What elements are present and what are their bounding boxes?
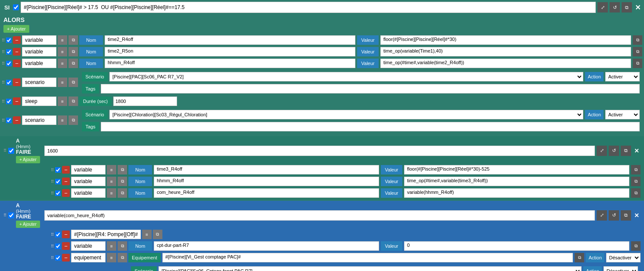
sub-list-b1[interactable]: ≡ [142, 230, 152, 239]
row-list-icon-3[interactable]: ≡ [58, 59, 67, 68]
equip-action-b3[interactable]: Désactiver [606, 253, 641, 262]
remove-btn-5[interactable]: − [13, 97, 21, 105]
sub-val-copy-a1[interactable]: ⧉ [631, 165, 641, 174]
sub-check-a3[interactable] [55, 190, 61, 196]
sub-drag-b3[interactable]: ⠿ [51, 255, 54, 260]
sub-close-b[interactable]: ✕ [633, 212, 641, 219]
sub-check-b3[interactable] [55, 255, 61, 261]
sub-drag-a[interactable]: ⠿ [3, 148, 6, 153]
remove-btn-4[interactable]: − [13, 78, 21, 86]
scenario-select-4[interactable]: [Piscine][PAC][Sc06_PAC R7_V2] [109, 72, 583, 81]
sub-scenario-select-b4[interactable]: [Piscine][PAC][Sc06_Cptage fonct PAC R7] [159, 266, 582, 271]
equip-icon-b3[interactable]: ⧉ [575, 253, 584, 262]
copy-icon[interactable]: ⧉ [622, 2, 632, 12]
sub-remove-a1[interactable]: − [62, 166, 70, 174]
row-copy-icon-4[interactable]: ⧉ [68, 78, 78, 87]
sub-check-b1[interactable] [55, 232, 61, 237]
row-copy-icon-5[interactable]: ⧉ [68, 97, 78, 106]
sub-val-copy-a3[interactable]: ⧉ [631, 188, 641, 198]
sub-drag-a3[interactable]: ⠿ [51, 191, 54, 196]
sub-reset-a[interactable]: ↺ [609, 146, 619, 156]
row-check-3[interactable] [6, 61, 12, 66]
val-copy-2[interactable]: ⧉ [633, 47, 642, 56]
ajouter-btn-main[interactable]: + Ajouter [3, 25, 29, 33]
sub-expand-b[interactable]: ⤢ [597, 210, 607, 221]
row-check-1[interactable] [6, 37, 12, 43]
sub-remove-a2[interactable]: − [62, 178, 70, 185]
drag-handle-2[interactable]: ⠿ [2, 50, 5, 54]
drag-handle-1[interactable]: ⠿ [2, 38, 5, 43]
sub-drag-b[interactable]: ⠿ [3, 213, 6, 218]
row-check-4[interactable] [6, 80, 12, 85]
row-copy-icon-6[interactable]: ⧉ [68, 115, 78, 125]
action-select-4[interactable]: Activer [605, 72, 640, 81]
remove-btn-2[interactable]: − [13, 48, 21, 56]
sub-check-a[interactable] [8, 148, 14, 154]
tags-input-6[interactable] [101, 122, 640, 131]
row-list-icon-4[interactable]: ≡ [58, 78, 67, 87]
sub-list-b3[interactable]: ≡ [107, 253, 116, 262]
sub-list-a1[interactable]: ≡ [107, 165, 116, 174]
remove-btn-1[interactable]: − [13, 36, 21, 44]
row-check-2[interactable] [6, 49, 12, 55]
sub-copy-a1[interactable]: ⧉ [118, 165, 127, 174]
sub-list-b2[interactable]: ≡ [107, 241, 116, 251]
sub-check-b2[interactable] [55, 243, 61, 249]
sub-cond-input-b[interactable] [44, 210, 595, 221]
sub-val-copy-b2[interactable]: ⧉ [631, 241, 641, 251]
sub-remove-a3[interactable]: − [62, 189, 70, 197]
drag-handle-5[interactable]: ⠿ [2, 99, 5, 104]
expand-icon[interactable]: ⤢ [597, 2, 608, 12]
sub-list-a2[interactable]: ≡ [107, 177, 116, 186]
row-list-icon-6[interactable]: ≡ [58, 115, 67, 125]
close-top-btn[interactable]: ✕ [634, 3, 641, 11]
sub-expand-a[interactable]: ⤢ [597, 146, 607, 156]
reset-icon[interactable]: ↺ [610, 2, 620, 12]
val-copy-3[interactable]: ⧉ [633, 59, 642, 68]
drag-handle-4[interactable]: ⠿ [2, 80, 5, 85]
sub-copy-b2[interactable]: ⧉ [118, 241, 127, 251]
sub-copy-a3[interactable]: ⧉ [118, 188, 127, 198]
remove-btn-6[interactable]: − [13, 116, 21, 124]
si-checkbox[interactable] [13, 4, 19, 10]
row-copy-icon-2[interactable]: ⧉ [68, 47, 78, 56]
duree-value-5[interactable] [113, 97, 177, 106]
sub-action-select-b4[interactable]: Désactiver [604, 266, 638, 271]
remove-btn-3[interactable]: − [13, 59, 21, 67]
sub-remove-b3[interactable]: − [62, 254, 70, 262]
sub-list-a3[interactable]: ≡ [107, 188, 116, 198]
val-copy-1[interactable]: ⧉ [633, 35, 642, 45]
row-check-6[interactable] [6, 118, 12, 123]
sub-drag-b1[interactable]: ⠿ [51, 232, 54, 237]
sub-a-ajouter[interactable]: + Ajouter [16, 156, 40, 163]
sub-cond-input-a[interactable] [44, 146, 595, 156]
condition-input[interactable] [21, 2, 596, 13]
sub-b-ajouter[interactable]: + Ajouter [16, 221, 40, 228]
sub-val-copy-a2[interactable]: ⧉ [631, 177, 641, 186]
row-list-icon-5[interactable]: ≡ [58, 97, 67, 106]
sub-check-a2[interactable] [55, 179, 61, 184]
drag-handle-3[interactable]: ⠿ [2, 61, 5, 66]
sub-copy-b1[interactable]: ⧉ [153, 230, 162, 239]
action-select-6[interactable]: Activer [605, 110, 640, 119]
sub-drag-a2[interactable]: ⠿ [51, 179, 54, 184]
sub-copy-a2[interactable]: ⧉ [118, 177, 127, 186]
drag-handle-6[interactable]: ⠿ [2, 118, 5, 123]
sub-remove-b1[interactable]: − [62, 231, 70, 238]
scenario-select-6[interactable]: [Piscine][Chloration][Sc03_Régul_Chlorat… [109, 110, 583, 119]
sub-copy-b3[interactable]: ⧉ [118, 253, 127, 262]
row-list-icon-1[interactable]: ≡ [58, 35, 67, 45]
row-copy-icon-1[interactable]: ⧉ [68, 35, 78, 45]
sub-copy-b[interactable]: ⧉ [621, 210, 631, 221]
row-list-icon-2[interactable]: ≡ [58, 47, 67, 56]
sub-drag-a1[interactable]: ⠿ [51, 168, 54, 172]
row-check-5[interactable] [6, 99, 12, 104]
row-copy-icon-3[interactable]: ⧉ [68, 59, 78, 68]
sub-remove-b2[interactable]: − [62, 242, 70, 250]
sub-close-a[interactable]: ✕ [633, 147, 641, 155]
sub-drag-b2[interactable]: ⠿ [51, 244, 54, 249]
sub-copy-a[interactable]: ⧉ [621, 146, 631, 156]
sub-check-a1[interactable] [55, 167, 61, 173]
sub-reset-b[interactable]: ↺ [609, 210, 619, 221]
tags-input-4[interactable] [101, 84, 640, 93]
